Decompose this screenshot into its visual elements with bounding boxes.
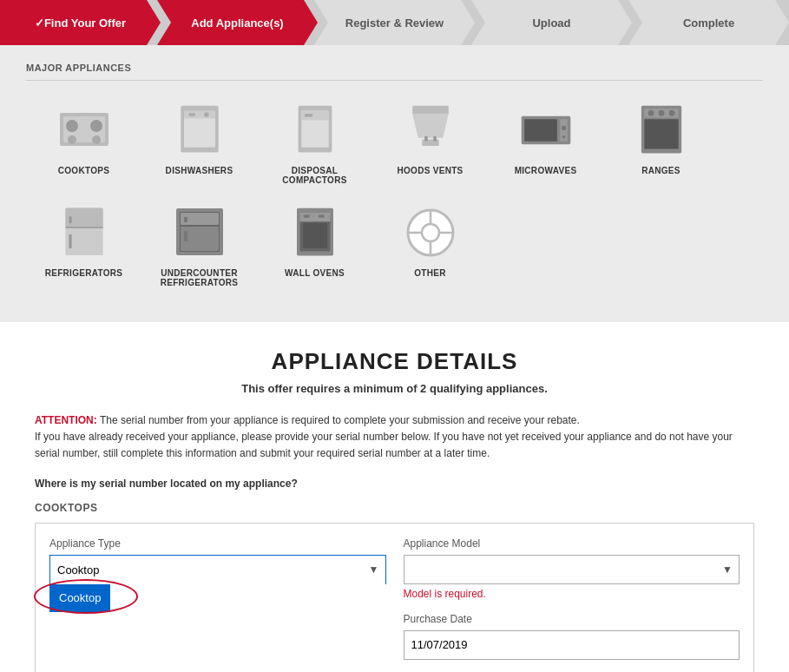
cooktops-subsection-label: COOKTOPS <box>35 502 754 514</box>
svg-rect-8 <box>184 110 215 118</box>
svg-rect-21 <box>524 119 557 142</box>
svg-rect-47 <box>318 214 324 217</box>
refrigerators-label: REFRIGERATORS <box>45 268 123 278</box>
dropdown-container: Cooktop <box>49 584 386 612</box>
step-upload[interactable]: Upload <box>471 0 632 45</box>
main-content: APPLIANCE DETAILS This offer requires a … <box>0 322 789 672</box>
svg-rect-45 <box>302 223 326 248</box>
step-label-add-appliances: Add Appliance(s) <box>191 16 283 30</box>
appliance-type-group: Appliance Type Cooktop ▼ Cooktop <box>49 537 386 660</box>
purchase-date-input[interactable] <box>404 630 740 660</box>
refrigerators-icon <box>54 202 115 263</box>
svg-point-3 <box>90 120 102 132</box>
svg-point-5 <box>92 135 101 144</box>
progress-bar: ✓ Find Your Offer Add Appliance(s) Regis… <box>0 0 789 45</box>
appliances-section-label: MAJOR APPLIANCES <box>26 63 763 81</box>
appliance-item-hoods-vents[interactable]: HOODS VENTS <box>372 91 488 194</box>
svg-rect-46 <box>303 214 309 217</box>
svg-rect-18 <box>424 136 428 142</box>
svg-rect-9 <box>188 113 194 116</box>
svg-point-23 <box>562 126 566 130</box>
svg-point-4 <box>68 135 76 144</box>
step-register-review[interactable]: Register & Review <box>314 0 475 45</box>
page-subtitle: This offer requires a minimum of 2 quali… <box>35 382 754 395</box>
svg-point-2 <box>66 120 78 132</box>
other-icon <box>400 202 461 263</box>
other-label: OTHER <box>414 268 446 278</box>
appliance-model-group: Appliance Model ▼ Model is required. Pur… <box>404 537 740 660</box>
attention-label: ATTENTION: <box>35 414 97 426</box>
step-label-complete: Complete <box>683 16 734 30</box>
appliance-type-select[interactable]: Cooktop <box>49 555 386 584</box>
step-label-find-offer: Find Your Offer <box>44 16 126 30</box>
appliance-item-undercounter-refrigerators[interactable]: UNDERCOUNTER REFRIGERATORS <box>141 194 257 296</box>
step-complete[interactable]: Complete <box>628 0 789 45</box>
disposal-compactors-icon <box>285 100 345 161</box>
svg-point-29 <box>658 110 664 116</box>
svg-rect-35 <box>69 234 71 248</box>
undercounter-refrigerators-label: UNDERCOUNTER REFRIGERATORS <box>156 268 243 287</box>
appliance-grid: COOKTOPS DISHWASHERS <box>26 91 763 296</box>
step-label-register-review: Register & Review <box>345 16 444 30</box>
svg-point-10 <box>204 112 209 117</box>
purchase-date-label: Purchase Date <box>404 613 740 625</box>
wall-ovens-label: WALL OVENS <box>285 268 345 278</box>
cooktops-icon <box>54 100 115 161</box>
wall-ovens-icon <box>285 202 345 263</box>
attention-body: If you have already received your applia… <box>35 431 733 459</box>
appliance-item-other[interactable]: OTHER <box>372 194 488 296</box>
svg-rect-19 <box>433 136 437 142</box>
attention-text: The serial number from your appliance is… <box>97 414 580 426</box>
cooktops-label: COOKTOPS <box>58 166 109 175</box>
step-add-appliances[interactable]: Add Appliance(s) <box>157 0 318 45</box>
appliance-model-select-wrapper: ▼ <box>404 555 740 584</box>
svg-rect-34 <box>69 216 71 223</box>
appliance-item-refrigerators[interactable]: REFRIGERATORS <box>26 194 141 296</box>
undercounter-refrigerators-icon <box>169 202 230 263</box>
svg-marker-16 <box>412 114 449 138</box>
appliances-section: MAJOR APPLIANCES COOKTOPS <box>0 45 789 322</box>
appliance-item-dishwashers[interactable]: DISHWASHERS <box>141 91 257 194</box>
step-find-offer[interactable]: ✓ Find Your Offer <box>0 0 161 45</box>
svg-point-30 <box>668 110 674 116</box>
cooktop-dropdown-option[interactable]: Cooktop <box>49 584 110 612</box>
ranges-icon <box>631 100 692 161</box>
model-error-text: Model is required. <box>404 588 740 600</box>
step-label-upload: Upload <box>532 16 570 30</box>
hoods-vents-label: HOODS VENTS <box>397 166 463 175</box>
microwaves-icon <box>516 100 576 161</box>
serial-location-link[interactable]: Where is my serial number located on my … <box>35 478 298 490</box>
cooktop-highlight: Cooktop <box>49 584 110 612</box>
appliance-item-ranges[interactable]: RANGES <box>603 91 719 194</box>
svg-rect-14 <box>305 114 312 117</box>
hoods-vents-icon <box>400 100 461 161</box>
appliance-type-label: Appliance Type <box>49 537 386 550</box>
appliance-model-select[interactable] <box>404 555 740 584</box>
svg-point-24 <box>562 135 564 138</box>
appliance-type-select-wrapper: Cooktop ▼ <box>49 555 386 584</box>
page-title: APPLIANCE DETAILS <box>35 348 754 375</box>
step-check-find-offer: ✓ <box>35 16 44 30</box>
appliance-item-wall-ovens[interactable]: WALL OVENS <box>257 194 372 296</box>
disposal-compactors-label: DISPOSAL COMPACTORS <box>261 166 368 185</box>
svg-rect-26 <box>644 119 678 148</box>
appliance-item-microwaves[interactable]: MICROWAVES <box>488 91 603 194</box>
dishwashers-label: DISHWASHERS <box>166 166 233 175</box>
svg-rect-15 <box>412 106 449 114</box>
attention-box: ATTENTION: The serial number from your a… <box>35 412 754 463</box>
dishwashers-icon <box>169 100 230 161</box>
appliance-model-label: Appliance Model <box>404 537 740 550</box>
ranges-label: RANGES <box>641 166 681 175</box>
svg-point-28 <box>648 110 654 116</box>
appliance-form-card: Appliance Type Cooktop ▼ Cooktop <box>35 523 754 672</box>
appliance-item-disposal-compactors[interactable]: DISPOSAL COMPACTORS <box>257 91 372 194</box>
svg-rect-40 <box>184 217 187 222</box>
appliance-item-cooktops[interactable]: COOKTOPS <box>26 91 141 194</box>
form-row: Appliance Type Cooktop ▼ Cooktop <box>49 537 740 660</box>
microwaves-label: MICROWAVES <box>515 166 577 175</box>
svg-rect-41 <box>184 231 187 241</box>
